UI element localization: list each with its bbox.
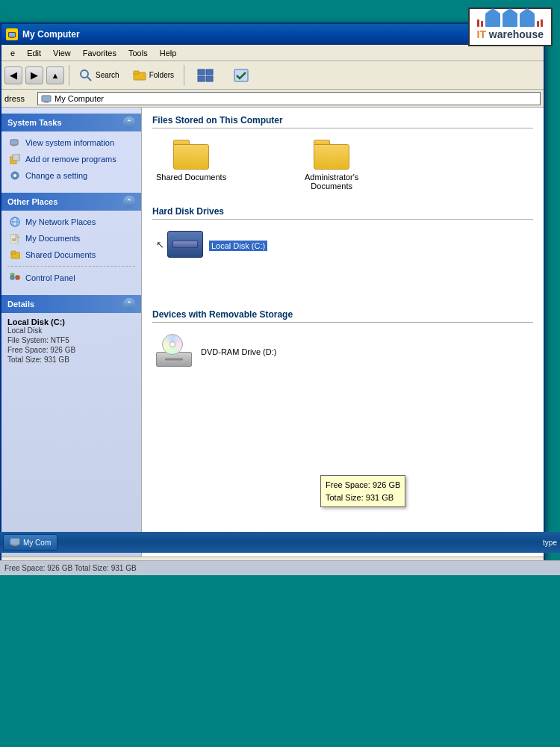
details-label: Details xyxy=(7,300,34,309)
search-label: Search xyxy=(96,71,119,79)
menu-view[interactable]: View xyxy=(47,47,77,59)
my-documents-label: My Documents xyxy=(25,234,80,243)
watermark-text: IT warehouse xyxy=(477,28,544,40)
menu-file[interactable]: e xyxy=(4,47,21,59)
details-section: Details ⌃ Local Disk (C:) Local Disk Fil… xyxy=(1,295,141,368)
svg-rect-30 xyxy=(10,276,14,279)
svg-rect-9 xyxy=(198,76,205,81)
address-value: My Computer xyxy=(55,94,104,103)
svg-rect-31 xyxy=(16,276,19,279)
detail-drive-type: Local Disk xyxy=(7,326,135,335)
files-section-header: Files Stored on This Computer xyxy=(152,115,533,128)
menu-favorites[interactable]: Favorites xyxy=(77,47,122,59)
title-bar-icon xyxy=(6,28,18,40)
menu-help[interactable]: Help xyxy=(154,47,183,59)
sidebar-link-add-remove[interactable]: Add or remove programs xyxy=(7,151,135,167)
forward-button[interactable]: ▶ xyxy=(25,66,43,84)
folders-button[interactable]: Folders xyxy=(128,67,179,84)
taskbar-type-label: type xyxy=(543,539,557,547)
local-disk-c-item[interactable]: ↖ Local Disk (C:) xyxy=(152,227,533,264)
search-icon xyxy=(79,69,93,82)
taskbar-my-computer-btn[interactable]: My Com xyxy=(3,534,57,551)
dvd-hole xyxy=(169,341,175,347)
view-button[interactable] xyxy=(189,66,222,84)
sidebar-link-shared-documents[interactable]: Shared Documents xyxy=(7,247,135,263)
svg-rect-17 xyxy=(12,145,16,146)
svg-point-21 xyxy=(13,174,16,177)
dvd-tray xyxy=(165,359,183,361)
shared-documents-item[interactable]: Shared Documents xyxy=(152,136,230,194)
address-computer-icon xyxy=(41,94,52,103)
sidebar-link-view-info[interactable]: View system information xyxy=(7,134,135,151)
other-places-collapse[interactable]: ⌃ xyxy=(123,196,135,208)
other-places-section: Other Places ⌃ My Network Places xyxy=(1,193,141,289)
system-tasks-collapse[interactable]: ⌃ xyxy=(123,117,135,128)
svg-rect-35 xyxy=(13,545,17,546)
sidebar-link-change-setting[interactable]: Change a setting xyxy=(7,167,135,184)
shared-docs-label: Shared Documents xyxy=(156,173,226,182)
change-setting-label: Change a setting xyxy=(25,171,87,180)
dvd-icon-container xyxy=(156,334,195,367)
checkmark-button[interactable] xyxy=(225,66,258,84)
sidebar-link-control-panel[interactable]: Control Panel xyxy=(7,270,135,286)
shared-documents-label: Shared Documents xyxy=(25,250,96,259)
menu-tools[interactable]: Tools xyxy=(122,47,154,59)
view-info-label: View system information xyxy=(25,138,114,147)
taskbar-right: type xyxy=(543,539,557,547)
menu-edit[interactable]: Edit xyxy=(21,47,47,59)
network-icon xyxy=(9,216,21,228)
svg-rect-19 xyxy=(13,154,19,161)
search-button[interactable]: Search xyxy=(74,66,125,84)
sidebar-divider xyxy=(7,266,135,267)
folders-label: Folders xyxy=(149,71,174,79)
tooltip-total-size: Total Size: 931 GB xyxy=(326,492,400,504)
svg-rect-8 xyxy=(206,69,213,75)
system-tasks-header[interactable]: System Tasks ⌃ xyxy=(1,114,141,131)
warehouse-icon2 xyxy=(503,13,517,27)
details-content: Local Disk (C:) Local Disk File System: … xyxy=(1,313,141,368)
other-places-header[interactable]: Other Places ⌃ xyxy=(1,193,141,211)
sidebar-link-network[interactable]: My Network Places xyxy=(7,214,135,230)
content-area: Files Stored on This Computer Shared Doc… xyxy=(142,108,544,557)
toolbar-sep1 xyxy=(69,65,69,86)
dvd-ram-item[interactable]: DVD-RAM Drive (D:) xyxy=(152,330,533,374)
other-places-content: My Network Places My Documents xyxy=(1,211,141,289)
address-input[interactable]: My Computer xyxy=(37,92,541,105)
svg-rect-13 xyxy=(43,96,50,101)
toolbar-sep2 xyxy=(184,65,184,86)
svg-rect-1 xyxy=(9,33,15,37)
svg-rect-16 xyxy=(11,140,17,144)
svg-rect-14 xyxy=(44,102,49,103)
sidebar-link-my-documents[interactable]: My Documents xyxy=(7,230,135,247)
local-disk-label: Local Disk (C:) xyxy=(209,241,267,251)
svg-rect-11 xyxy=(234,69,248,81)
view-info-icon xyxy=(9,137,21,149)
bottom-status: Free Space: 926 GB Total Size: 931 GB xyxy=(0,560,560,575)
details-header[interactable]: Details ⌃ xyxy=(1,295,141,313)
taskbar-btn-label: My Com xyxy=(23,539,51,547)
svg-rect-32 xyxy=(10,273,14,276)
detail-total-size: Total Size: 931 GB xyxy=(7,356,135,364)
main-content: System Tasks ⌃ View system information xyxy=(1,108,544,557)
change-setting-icon xyxy=(9,170,21,182)
network-label: My Network Places xyxy=(25,217,96,226)
add-remove-icon xyxy=(9,153,21,165)
svg-rect-7 xyxy=(198,69,205,75)
dvd-disc-visual xyxy=(162,334,183,355)
other-places-label: Other Places xyxy=(7,197,57,206)
checkmark-icon xyxy=(234,69,249,82)
hard-disks-header: Hard Disk Drives xyxy=(152,206,533,220)
detail-drive-name: Local Disk (C:) xyxy=(7,317,135,326)
my-documents-icon xyxy=(9,232,21,244)
admin-documents-item[interactable]: Administrator's Documents xyxy=(287,136,376,194)
svg-rect-6 xyxy=(134,71,139,74)
add-remove-label: Add or remove programs xyxy=(25,155,116,164)
svg-rect-29 xyxy=(11,251,16,254)
admin-docs-folder-icon xyxy=(314,140,349,170)
back-button[interactable]: ◀ xyxy=(4,66,22,84)
system-tasks-section: System Tasks ⌃ View system information xyxy=(1,114,141,187)
window-title: My Computer xyxy=(22,29,491,40)
svg-rect-34 xyxy=(11,539,19,544)
up-button[interactable]: ▲ xyxy=(46,66,64,84)
details-collapse[interactable]: ⌃ xyxy=(123,298,135,310)
